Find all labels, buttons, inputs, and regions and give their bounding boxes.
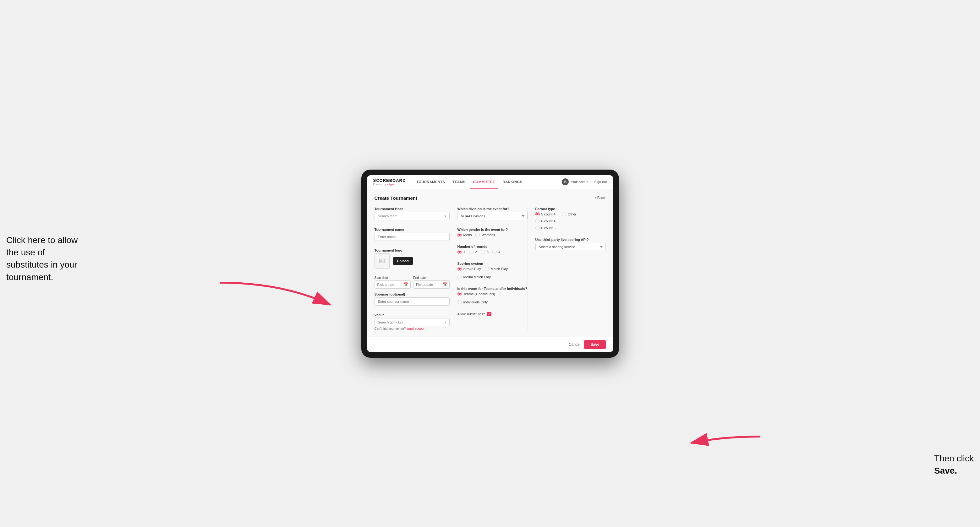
scoring-match[interactable]: Match Play: [485, 267, 508, 271]
logo-placeholder-icon: [374, 254, 390, 268]
format-field: Format type 5 count 4 Other: [535, 207, 606, 230]
sign-out-link[interactable]: Sign out: [594, 180, 607, 184]
form-col3: Format type 5 count 4 Other: [535, 207, 606, 330]
format-other-radio[interactable]: [562, 212, 566, 216]
date-row: Start date 📅 End date 📅: [374, 276, 450, 289]
tablet-frame: SCOREBOARD Powered by clippd TOURNAMENTS…: [361, 170, 619, 358]
nav-bar: SCOREBOARD Powered by clippd TOURNAMENTS…: [367, 175, 613, 189]
start-date-label: Start date: [374, 276, 411, 279]
division-select[interactable]: NCAA Division I: [458, 212, 528, 220]
rounds-2-radio[interactable]: [469, 250, 474, 254]
rounds-4[interactable]: 4: [492, 250, 500, 254]
gender-mens-radio[interactable]: [458, 233, 462, 237]
back-button[interactable]: Back: [595, 195, 606, 200]
gender-womens[interactable]: Womens: [476, 233, 495, 237]
scoring-radio-group: Stroke Play Match Play Medal Match Play: [458, 267, 528, 279]
format-6count5-radio[interactable]: [535, 226, 540, 230]
page-title: Create Tournament: [374, 195, 417, 201]
teams-individuals-radio[interactable]: [458, 292, 462, 296]
rounds-1[interactable]: 1: [458, 250, 465, 254]
teams-individuals[interactable]: Teams (+Individuals): [458, 292, 495, 296]
format-6count4[interactable]: 6 count 4: [535, 219, 606, 223]
host-dropdown-icon: ▼: [444, 214, 447, 217]
venue-dropdown-icon: ▼: [444, 321, 447, 324]
start-date-field: Start date 📅: [374, 276, 411, 289]
save-button[interactable]: Save: [584, 340, 606, 349]
format-label: Format type: [535, 207, 606, 211]
cancel-button[interactable]: Cancel: [569, 342, 580, 347]
start-date-calendar-icon: 📅: [403, 283, 408, 287]
annotation-left: Click here to allow the use of substitut…: [6, 234, 82, 283]
form-col1: Tournament Host ▼ Tournament name Tourna…: [374, 207, 450, 330]
format-6count4-radio[interactable]: [535, 219, 540, 223]
tournament-logo-field: Tournament logo Upload: [374, 248, 450, 268]
gender-radio-group: Mens Womens: [458, 233, 528, 237]
tournament-name-label: Tournament name: [374, 228, 450, 232]
substitutes-row: Allow substitutes?: [458, 312, 528, 316]
teams-field: Is this event for Teams and/or Individua…: [458, 287, 528, 304]
tournament-name-input[interactable]: [374, 233, 450, 241]
scoring-label: Scoring system: [458, 262, 528, 265]
scoring-stroke[interactable]: Stroke Play: [458, 267, 481, 271]
scoring-stroke-radio[interactable]: [458, 267, 462, 271]
rounds-radio-group: 1 2 3 4: [458, 250, 528, 254]
rounds-4-radio[interactable]: [492, 250, 497, 254]
tournament-host-label: Tournament Host: [374, 207, 450, 211]
bottom-bar: Cancel Save: [367, 337, 613, 352]
rounds-3[interactable]: 3: [481, 250, 488, 254]
rounds-3-radio[interactable]: [481, 250, 485, 254]
rounds-1-radio[interactable]: [458, 250, 462, 254]
nav-committee[interactable]: COMMITTEE: [470, 175, 498, 189]
sponsor-label: Sponsor (optional): [374, 292, 450, 296]
nav-tournaments[interactable]: TOURNAMENTS: [413, 175, 448, 189]
nav-teams[interactable]: TEAMS: [449, 175, 468, 189]
gender-womens-radio[interactable]: [476, 233, 480, 237]
format-5count4-radio[interactable]: [535, 212, 540, 216]
tournament-logo-label: Tournament logo: [374, 248, 450, 252]
rounds-2[interactable]: 2: [469, 250, 477, 254]
gender-field: Which gender is the event for? Mens Wome…: [458, 228, 528, 237]
teams-label: Is this event for Teams and/or Individua…: [458, 287, 528, 290]
venue-help-text: Can't find your venue? email support: [374, 327, 450, 330]
email-support-link[interactable]: email support: [407, 327, 425, 330]
rounds-field: Number of rounds 1 2: [458, 244, 528, 254]
gender-mens[interactable]: Mens: [458, 233, 472, 237]
api-label: Use third-party live scoring API?: [535, 238, 606, 241]
page-header: Create Tournament Back: [374, 195, 606, 201]
user-name: blair admin: [571, 180, 588, 184]
venue-label: Venue: [374, 313, 450, 317]
nav-links: TOURNAMENTS TEAMS COMMITTEE RANKINGS: [413, 175, 562, 189]
screen: SCOREBOARD Powered by clippd TOURNAMENTS…: [367, 175, 613, 352]
sponsor-field: Sponsor (optional): [374, 292, 450, 306]
format-5count4[interactable]: 5 count 4: [535, 212, 555, 216]
rounds-label: Number of rounds: [458, 244, 528, 248]
logo-upload-area: Upload: [374, 254, 450, 268]
substitutes-label: Allow substitutes?: [458, 312, 485, 316]
sponsor-input[interactable]: [374, 297, 450, 306]
logo-scoreboard: SCOREBOARD: [373, 178, 406, 183]
scoring-medal-match-radio[interactable]: [458, 275, 462, 279]
individuals-only[interactable]: Individuals Only: [458, 300, 488, 304]
gender-label: Which gender is the event for?: [458, 228, 528, 232]
form-columns: Tournament Host ▼ Tournament name Tourna…: [374, 207, 606, 330]
tournament-host-input[interactable]: [374, 212, 450, 220]
scoring-medal-match[interactable]: Medal Match Play: [458, 275, 491, 279]
division-field: Which division is the event for? NCAA Di…: [458, 207, 528, 220]
user-avatar: B: [562, 178, 569, 185]
upload-button[interactable]: Upload: [393, 257, 413, 265]
individuals-only-radio[interactable]: [458, 300, 462, 304]
api-select[interactable]: Select a scoring service: [535, 243, 606, 251]
page-content: Create Tournament Back Tournament Host ▼…: [367, 189, 613, 337]
substitutes-checkbox[interactable]: [487, 312, 492, 316]
tournament-name-field: Tournament name: [374, 228, 450, 241]
scoring-match-radio[interactable]: [485, 267, 489, 271]
nav-rankings[interactable]: RANKINGS: [500, 175, 526, 189]
venue-input[interactable]: [374, 318, 450, 326]
end-date-calendar-icon: 📅: [442, 283, 447, 287]
nav-user-area: B blair admin | Sign out: [562, 178, 607, 185]
division-label: Which division is the event for?: [458, 207, 528, 211]
end-date-label: End date: [413, 276, 450, 279]
format-other[interactable]: Other: [562, 212, 577, 216]
format-6count5[interactable]: 6 count 5: [535, 226, 606, 230]
form-col2: Which division is the event for? NCAA Di…: [458, 207, 528, 330]
